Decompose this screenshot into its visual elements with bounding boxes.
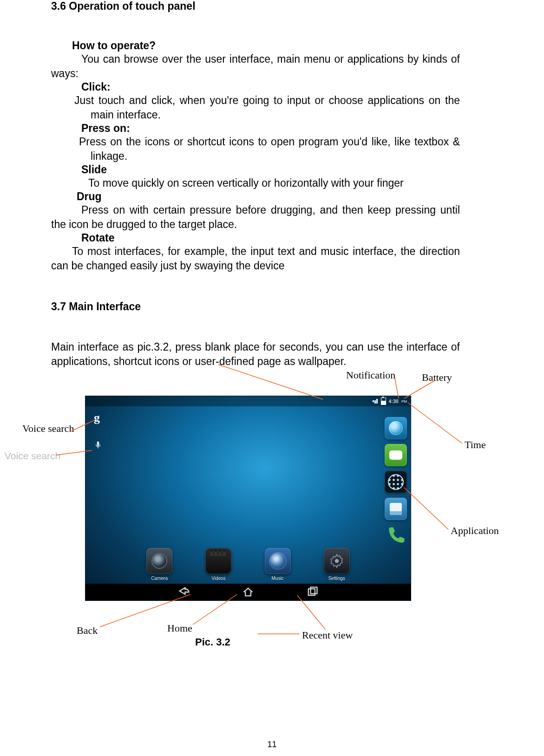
settings-icon <box>324 548 350 574</box>
press-on-body: Press on the icons or shortcut icons to … <box>51 135 460 163</box>
messaging-icon[interactable] <box>385 444 407 466</box>
camera-app[interactable]: Camera <box>146 548 172 581</box>
back-button[interactable] <box>177 586 190 599</box>
svg-line-6 <box>218 365 323 399</box>
bottom-dock: Camera Videos Music Settings <box>85 548 411 581</box>
battery-label: Battery <box>422 371 452 384</box>
status-time: 4:38 <box>389 398 399 404</box>
apps-drawer-icon[interactable] <box>385 471 407 493</box>
recent-button[interactable] <box>306 586 319 599</box>
rotate-heading: Rotate <box>51 232 460 244</box>
page-number: 11 <box>0 740 544 749</box>
browser-icon[interactable] <box>385 417 407 439</box>
phone-icon[interactable] <box>386 525 406 545</box>
slide-heading: Slide <box>51 163 460 176</box>
intro-paragraph: You can browse over the user interface, … <box>51 52 460 81</box>
how-to-operate-heading: How to operate? <box>51 39 460 52</box>
google-search-icon[interactable]: g <box>94 411 102 425</box>
svg-line-9 <box>408 403 462 443</box>
click-heading: Click: <box>51 81 460 93</box>
voice-search-label-gray: Voice search <box>5 450 60 462</box>
battery-icon <box>381 398 386 405</box>
recent-view-label: Recent view <box>302 629 353 641</box>
home-label: Home <box>167 622 192 634</box>
section-3-6-heading: 3.6 Operation of touch panel <box>51 0 460 13</box>
back-label: Back <box>77 625 98 637</box>
drug-body: Press on with certain pressure before dr… <box>51 203 460 232</box>
time-label: Time <box>465 439 486 451</box>
home-button[interactable] <box>242 586 255 599</box>
nav-bar <box>85 584 411 600</box>
music-icon <box>265 548 291 574</box>
svg-rect-2 <box>308 589 315 595</box>
page-content: 3.6 Operation of touch panel How to oper… <box>51 0 460 369</box>
music-app[interactable]: Music <box>265 548 291 581</box>
rotate-body: To most interfaces, for example, the inp… <box>51 244 460 273</box>
right-dock <box>385 417 407 545</box>
voice-search-label-bold: Voice search <box>22 423 74 435</box>
videos-icon <box>205 548 231 574</box>
voice-search-icon[interactable] <box>94 439 102 451</box>
left-search-bar: g <box>94 411 102 451</box>
contacts-icon[interactable] <box>385 498 407 520</box>
drug-heading: Drug <box>51 190 460 203</box>
notification-label: Notification <box>346 369 395 381</box>
status-bar: 4:38 PM <box>85 396 411 406</box>
svg-point-1 <box>335 559 339 563</box>
slide-body: To move quickly on screen vertically or … <box>51 176 460 190</box>
camera-label: Camera <box>151 576 168 581</box>
videos-label: Videos <box>211 576 225 581</box>
svg-rect-3 <box>311 587 317 594</box>
status-ampm: PM <box>401 399 407 404</box>
videos-app[interactable]: Videos <box>205 548 231 581</box>
section-3-7-intro: Main interface as pic.3.2, press blank p… <box>51 340 460 369</box>
click-body: Just touch and click, when you're going … <box>51 93 460 122</box>
settings-label: Settings <box>328 576 345 581</box>
tablet-screenshot: 4:38 PM g Camera Videos Music <box>85 396 411 601</box>
camera-icon <box>146 548 172 574</box>
press-on-heading: Press on: <box>51 122 460 135</box>
application-label: Application <box>451 525 499 537</box>
music-label: Music <box>272 576 284 581</box>
settings-app[interactable]: Settings <box>324 548 350 581</box>
signal-icon <box>373 399 378 404</box>
section-3-7-heading: 3.7 Main Interface <box>51 300 460 313</box>
figure-caption: Pic. 3.2 <box>195 636 230 648</box>
